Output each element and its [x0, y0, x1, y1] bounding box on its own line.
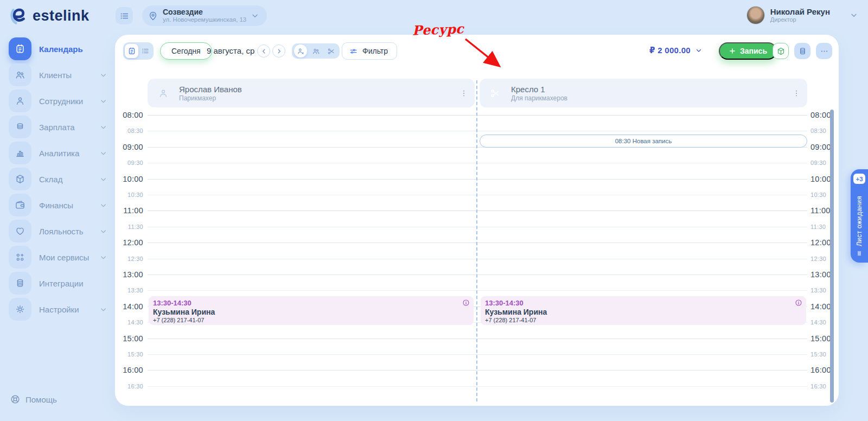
sidebar-item-salary[interactable]: Зарплата [0, 114, 115, 140]
sidebar-item-label: Настройки [39, 305, 99, 314]
chevron-down-icon [99, 305, 107, 314]
time-label-right: 11:00 [810, 206, 831, 215]
people-icon[interactable] [309, 44, 322, 58]
sidebar-item-analytics[interactable]: Аналитика [0, 140, 115, 166]
branches-list-button[interactable] [116, 7, 133, 24]
kebab-menu-icon[interactable] [459, 89, 468, 98]
today-button[interactable]: Сегодня [160, 42, 212, 60]
new-record-placeholder[interactable]: 08:30 Новая запись [480, 135, 807, 148]
services-icon [9, 246, 31, 269]
prev-day-button[interactable] [257, 44, 270, 58]
calendar-icon [9, 37, 31, 60]
list-view-icon[interactable] [138, 44, 152, 58]
cube-icon [9, 168, 31, 190]
location-name: Созвездие [163, 8, 246, 16]
sidebar-item-calendar[interactable]: Календарь [0, 36, 115, 62]
cube-icon [776, 47, 786, 56]
help-button[interactable]: Помощь [10, 394, 57, 405]
time-label-right: 15:30 [810, 351, 826, 358]
current-date: 9 августа, ср [207, 46, 254, 55]
logo-icon [9, 5, 29, 26]
sidebar-item-employees[interactable]: Сотрудники [0, 88, 115, 114]
grid-line [148, 131, 807, 131]
appointment-phone: +7 (228) 217-41-07 [153, 317, 468, 324]
sidebar-item-finance[interactable]: Финансы [0, 192, 115, 218]
sidebar-item-integrations[interactable]: Интеграции [0, 270, 115, 296]
products-button[interactable] [773, 43, 789, 59]
sidebar-item-warehouse[interactable]: Склад [0, 166, 115, 192]
more-button[interactable] [816, 43, 832, 59]
location-address: ул. Новочеремушкинская, 13 [163, 16, 246, 23]
sidebar-item-label: Сотрудники [39, 97, 99, 106]
chevron-down-icon [99, 123, 107, 131]
grid-line [148, 386, 807, 387]
time-label-right: 15:00 [810, 334, 831, 343]
time-label-left: 13:30 [115, 287, 143, 294]
sidebar-item-label: Календарь [39, 44, 99, 54]
plus-icon [729, 47, 736, 55]
ellipsis-icon [820, 47, 829, 56]
appointment-card[interactable]: 13:30-14:30 Кузьмина Ирина +7 (228) 217-… [149, 296, 474, 325]
add-record-button[interactable]: Запись [719, 42, 777, 60]
time-label-left: 12:00 [115, 238, 143, 247]
time-label-left: 11:30 [115, 224, 143, 230]
grid-line [148, 210, 807, 211]
filter-button[interactable]: Фильтр [342, 42, 397, 60]
sidebar-item-settings[interactable]: Настройки [0, 296, 115, 322]
time-label-right: 14:00 [810, 302, 831, 311]
add-record-label: Запись [740, 47, 767, 55]
time-label-left: 14:00 [115, 302, 143, 311]
chevron-down-icon [99, 227, 107, 235]
appointment-client-name: Кузьмина Ирина [485, 308, 801, 317]
vertical-scrollbar[interactable] [830, 110, 834, 403]
sidebar-item-label: Финансы [39, 201, 99, 210]
coins-icon [9, 116, 31, 138]
sidebar-item-loyalty[interactable]: Лояльность [0, 218, 115, 244]
info-icon[interactable] [462, 299, 470, 307]
column-title: Кресло 1 [511, 85, 792, 94]
grid-line [148, 290, 807, 291]
sidebar: Календарь Клиенты Сотрудники Зарплата Ан… [0, 36, 115, 322]
kebab-menu-icon[interactable] [792, 89, 801, 98]
price-selector[interactable]: ₽ 2 000.00 [649, 46, 703, 55]
waitlist-tab[interactable]: +3 Лист ожидания [851, 169, 868, 263]
view-toggle[interactable] [123, 42, 154, 60]
time-label-right: 09:00 [810, 143, 831, 151]
time-label-right: 14:30 [810, 319, 826, 326]
sidebar-item-label: Мои сервисы [39, 253, 99, 262]
waitlist-label: Лист ожидания [856, 188, 863, 246]
next-day-button[interactable] [272, 44, 285, 58]
resources-button[interactable] [794, 43, 810, 59]
sidebar-item-clients[interactable]: Клиенты [0, 62, 115, 88]
appointment-time: 13:30-14:30 [485, 299, 801, 308]
grid-line [148, 370, 807, 371]
chevron-down-icon [99, 97, 107, 105]
location-selector[interactable]: Созвездие ул. Новочеремушкинская, 13 [142, 5, 267, 26]
grid-line [148, 227, 807, 227]
column-subtitle: Для парикмахеров [511, 94, 792, 102]
integrations-icon [9, 272, 31, 295]
time-label-left: 13:00 [115, 270, 143, 279]
grid-line [148, 275, 807, 275]
time-label-left: 09:00 [115, 143, 143, 151]
time-label-left: 16:30 [115, 383, 143, 390]
calendar-view-icon[interactable] [125, 44, 138, 58]
scissors-icon[interactable] [324, 44, 337, 58]
time-label-left: 16:00 [115, 366, 143, 374]
person-remove-icon[interactable] [294, 44, 307, 58]
info-icon[interactable] [795, 299, 802, 307]
appointment-card[interactable]: 13:30-14:30 Кузьмина Ирина +7 (228) 217-… [481, 296, 806, 325]
waitlist-count-badge: +3 [853, 174, 865, 184]
time-label-right: 11:30 [810, 224, 826, 230]
column-header[interactable]: Ярослав Иванов Парикмахер [148, 79, 475, 107]
time-label-left: 10:30 [115, 192, 143, 198]
sidebar-item-services[interactable]: Мои сервисы [0, 244, 115, 270]
chevron-down-icon [99, 175, 107, 183]
column-header[interactable]: Кресло 1 Для парикмахеров [480, 79, 807, 107]
time-label-right: 12:00 [810, 238, 831, 247]
staff-mode-toggle [292, 43, 340, 59]
time-label-right: 10:30 [810, 192, 826, 198]
time-label-right: 13:30 [810, 287, 826, 294]
user-menu[interactable]: Николай Рекун Директор [746, 6, 858, 24]
logo: estelink [9, 5, 90, 26]
